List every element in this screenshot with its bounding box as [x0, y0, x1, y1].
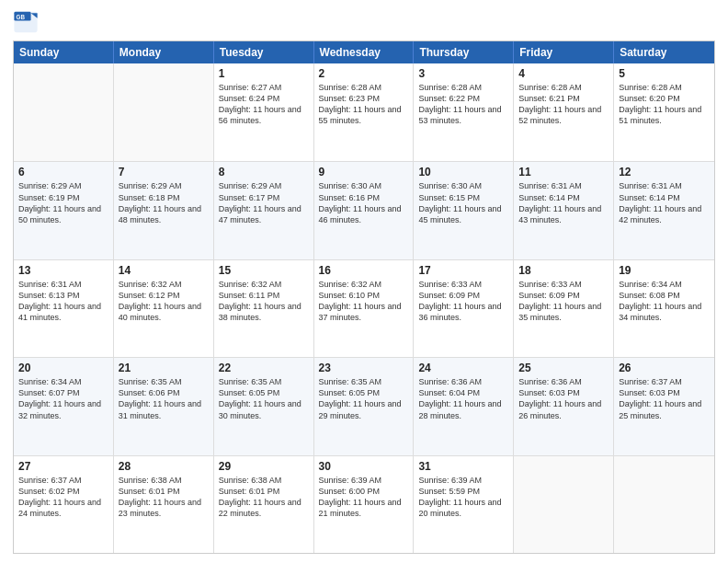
- day-number: 11: [518, 166, 609, 178]
- day-cell-7: 7Sunrise: 6:29 AM Sunset: 6:18 PM Daylig…: [114, 162, 214, 259]
- day-cell-30: 30Sunrise: 6:39 AM Sunset: 6:00 PM Dayli…: [314, 456, 415, 553]
- day-number: 6: [18, 166, 108, 178]
- calendar-week-2: 6Sunrise: 6:29 AM Sunset: 6:19 PM Daylig…: [14, 161, 714, 259]
- day-info: Sunrise: 6:32 AM Sunset: 6:11 PM Dayligh…: [219, 279, 309, 324]
- day-number: 16: [319, 264, 409, 277]
- day-number: 28: [119, 460, 209, 473]
- calendar-week-4: 20Sunrise: 6:34 AM Sunset: 6:07 PM Dayli…: [14, 357, 714, 454]
- day-number: 19: [619, 264, 710, 277]
- calendar-body: 1Sunrise: 6:27 AM Sunset: 6:24 PM Daylig…: [14, 63, 714, 553]
- day-info: Sunrise: 6:37 AM Sunset: 6:03 PM Dayligh…: [619, 376, 710, 421]
- day-number: 23: [319, 362, 409, 374]
- day-cell-9: 9Sunrise: 6:30 AM Sunset: 6:16 PM Daylig…: [314, 162, 415, 259]
- day-cell-10: 10Sunrise: 6:30 AM Sunset: 6:15 PM Dayli…: [414, 162, 514, 259]
- header-day-friday: Friday: [514, 41, 614, 63]
- day-info: Sunrise: 6:34 AM Sunset: 6:08 PM Dayligh…: [619, 279, 710, 324]
- day-number: 9: [319, 166, 409, 178]
- day-number: 2: [319, 67, 409, 80]
- day-cell-14: 14Sunrise: 6:32 AM Sunset: 6:12 PM Dayli…: [114, 260, 214, 357]
- day-info: Sunrise: 6:36 AM Sunset: 6:04 PM Dayligh…: [418, 376, 508, 421]
- day-cell-6: 6Sunrise: 6:29 AM Sunset: 6:19 PM Daylig…: [14, 162, 114, 259]
- day-number: 4: [518, 67, 609, 80]
- empty-cell: [114, 63, 214, 161]
- day-info: Sunrise: 6:28 AM Sunset: 6:21 PM Dayligh…: [518, 82, 609, 127]
- day-info: Sunrise: 6:38 AM Sunset: 6:01 PM Dayligh…: [119, 475, 209, 520]
- day-cell-23: 23Sunrise: 6:35 AM Sunset: 6:05 PM Dayli…: [314, 358, 415, 454]
- day-number: 15: [219, 264, 309, 277]
- day-info: Sunrise: 6:29 AM Sunset: 6:19 PM Dayligh…: [18, 180, 108, 225]
- day-number: 13: [18, 264, 108, 277]
- day-info: Sunrise: 6:28 AM Sunset: 6:20 PM Dayligh…: [619, 82, 710, 127]
- day-info: Sunrise: 6:31 AM Sunset: 6:14 PM Dayligh…: [518, 180, 609, 225]
- day-info: Sunrise: 6:33 AM Sunset: 6:09 PM Dayligh…: [418, 279, 508, 324]
- day-info: Sunrise: 6:30 AM Sunset: 6:15 PM Dayligh…: [418, 180, 508, 225]
- day-info: Sunrise: 6:38 AM Sunset: 6:01 PM Dayligh…: [219, 475, 309, 520]
- day-info: Sunrise: 6:39 AM Sunset: 6:00 PM Dayligh…: [319, 475, 409, 520]
- day-cell-12: 12Sunrise: 6:31 AM Sunset: 6:14 PM Dayli…: [614, 162, 714, 259]
- day-info: Sunrise: 6:31 AM Sunset: 6:13 PM Dayligh…: [18, 279, 108, 324]
- day-cell-26: 26Sunrise: 6:37 AM Sunset: 6:03 PM Dayli…: [614, 358, 714, 454]
- day-cell-17: 17Sunrise: 6:33 AM Sunset: 6:09 PM Dayli…: [414, 260, 514, 357]
- empty-cell: [14, 63, 114, 161]
- day-number: 26: [619, 362, 710, 374]
- day-cell-18: 18Sunrise: 6:33 AM Sunset: 6:09 PM Dayli…: [514, 260, 614, 357]
- day-number: 27: [18, 460, 108, 473]
- day-number: 21: [119, 362, 209, 374]
- header-day-wednesday: Wednesday: [314, 41, 415, 63]
- empty-cell: [614, 456, 714, 553]
- logo-icon: GB: [13, 9, 39, 35]
- day-cell-5: 5Sunrise: 6:28 AM Sunset: 6:20 PM Daylig…: [614, 63, 714, 161]
- day-cell-13: 13Sunrise: 6:31 AM Sunset: 6:13 PM Dayli…: [14, 260, 114, 357]
- day-number: 22: [219, 362, 309, 374]
- calendar-header: SundayMondayTuesdayWednesdayThursdayFrid…: [14, 41, 714, 63]
- day-number: 14: [119, 264, 209, 277]
- header-day-monday: Monday: [114, 41, 214, 63]
- day-cell-16: 16Sunrise: 6:32 AM Sunset: 6:10 PM Dayli…: [314, 260, 415, 357]
- day-number: 25: [518, 362, 609, 374]
- day-number: 8: [219, 166, 309, 178]
- empty-cell: [514, 456, 614, 553]
- header-day-saturday: Saturday: [614, 41, 714, 63]
- day-cell-31: 31Sunrise: 6:39 AM Sunset: 5:59 PM Dayli…: [414, 456, 514, 553]
- day-info: Sunrise: 6:32 AM Sunset: 6:12 PM Dayligh…: [119, 279, 209, 324]
- svg-text:GB: GB: [17, 14, 26, 20]
- calendar-week-5: 27Sunrise: 6:37 AM Sunset: 6:02 PM Dayli…: [14, 455, 714, 553]
- day-info: Sunrise: 6:37 AM Sunset: 6:02 PM Dayligh…: [18, 475, 108, 520]
- day-cell-22: 22Sunrise: 6:35 AM Sunset: 6:05 PM Dayli…: [214, 358, 314, 454]
- day-cell-3: 3Sunrise: 6:28 AM Sunset: 6:22 PM Daylig…: [414, 63, 514, 161]
- day-info: Sunrise: 6:39 AM Sunset: 5:59 PM Dayligh…: [418, 475, 508, 520]
- day-number: 7: [119, 166, 209, 178]
- day-cell-20: 20Sunrise: 6:34 AM Sunset: 6:07 PM Dayli…: [14, 358, 114, 454]
- day-info: Sunrise: 6:35 AM Sunset: 6:05 PM Dayligh…: [319, 376, 409, 421]
- day-number: 10: [418, 166, 508, 178]
- header-day-thursday: Thursday: [414, 41, 514, 63]
- day-cell-8: 8Sunrise: 6:29 AM Sunset: 6:17 PM Daylig…: [214, 162, 314, 259]
- day-number: 17: [418, 264, 508, 277]
- calendar-week-3: 13Sunrise: 6:31 AM Sunset: 6:13 PM Dayli…: [14, 259, 714, 357]
- day-cell-11: 11Sunrise: 6:31 AM Sunset: 6:14 PM Dayli…: [514, 162, 614, 259]
- day-info: Sunrise: 6:32 AM Sunset: 6:10 PM Dayligh…: [319, 279, 409, 324]
- day-cell-24: 24Sunrise: 6:36 AM Sunset: 6:04 PM Dayli…: [414, 358, 514, 454]
- day-info: Sunrise: 6:29 AM Sunset: 6:18 PM Dayligh…: [119, 180, 209, 225]
- page: GB SundayMondayTuesdayWednesdayThursdayF…: [0, 0, 728, 563]
- day-info: Sunrise: 6:35 AM Sunset: 6:06 PM Dayligh…: [119, 376, 209, 421]
- header-day-tuesday: Tuesday: [214, 41, 314, 63]
- day-info: Sunrise: 6:29 AM Sunset: 6:17 PM Dayligh…: [219, 180, 309, 225]
- day-cell-2: 2Sunrise: 6:28 AM Sunset: 6:23 PM Daylig…: [314, 63, 415, 161]
- day-info: Sunrise: 6:30 AM Sunset: 6:16 PM Dayligh…: [319, 180, 409, 225]
- day-number: 1: [219, 67, 309, 80]
- day-info: Sunrise: 6:27 AM Sunset: 6:24 PM Dayligh…: [219, 82, 309, 127]
- day-number: 3: [418, 67, 508, 80]
- calendar: SundayMondayTuesdayWednesdayThursdayFrid…: [13, 40, 715, 554]
- header: GB: [13, 9, 715, 35]
- day-cell-25: 25Sunrise: 6:36 AM Sunset: 6:03 PM Dayli…: [514, 358, 614, 454]
- day-info: Sunrise: 6:36 AM Sunset: 6:03 PM Dayligh…: [518, 376, 609, 421]
- day-info: Sunrise: 6:35 AM Sunset: 6:05 PM Dayligh…: [219, 376, 309, 421]
- day-number: 5: [619, 67, 710, 80]
- day-number: 12: [619, 166, 710, 178]
- day-cell-1: 1Sunrise: 6:27 AM Sunset: 6:24 PM Daylig…: [214, 63, 314, 161]
- day-info: Sunrise: 6:33 AM Sunset: 6:09 PM Dayligh…: [518, 279, 609, 324]
- logo: GB: [13, 9, 42, 35]
- header-day-sunday: Sunday: [14, 41, 114, 63]
- day-cell-4: 4Sunrise: 6:28 AM Sunset: 6:21 PM Daylig…: [514, 63, 614, 161]
